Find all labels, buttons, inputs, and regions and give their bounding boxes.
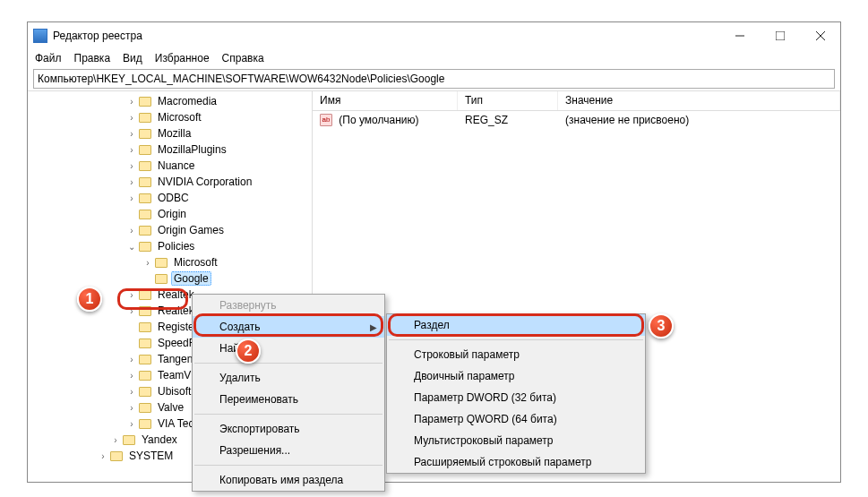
value-name: ab (По умолчанию) [313,112,458,129]
maximize-button[interactable] [760,22,800,49]
tree-item-label: Realtek [155,287,197,302]
ctx-new-string[interactable]: Строковый параметр [387,344,645,365]
chevron-right-icon[interactable]: › [110,435,121,445]
close-button[interactable] [800,22,840,49]
menu-favorites[interactable]: Избранное [153,50,211,66]
chevron-right-icon[interactable]: › [126,371,137,381]
chevron-down-icon[interactable]: ⌄ [126,242,137,252]
ctx-create-label: Создать [219,321,261,333]
ctx-create[interactable]: Создать▶ [193,316,384,338]
ctx-delete[interactable]: Удалить [193,367,384,389]
tree-item-label: Mozilla [155,126,193,141]
tree-item-label: Valve [155,400,186,415]
tree-item[interactable]: ›Microsoft [28,109,312,125]
tree-item[interactable]: ›Mozilla [28,125,312,141]
chevron-right-icon[interactable]: › [126,419,137,429]
callout-1: 1 [77,287,102,312]
ctx-new-qword-label: Параметр QWORD (64 бита) [414,413,557,425]
folder-icon [139,387,151,397]
tree-item[interactable]: ⌄Policies [28,238,312,254]
ctx-new-dword[interactable]: Параметр DWORD (32 бита) [387,387,645,408]
tree-item[interactable]: Origin [28,206,312,222]
tree-item-label: Origin Games [155,223,227,237]
ctx-copy-key-name[interactable]: Копировать имя раздела [193,469,384,491]
chevron-right-icon[interactable]: › [126,177,137,187]
callout-1-num: 1 [77,287,102,312]
folder-icon [139,177,151,187]
ctx-new-expand-label: Расширяемый строковый параметр [414,456,591,468]
tree-item[interactable]: ›Origin Games [28,222,312,238]
separator [194,465,382,466]
menu-help[interactable]: Справка [220,50,266,66]
menu-edit[interactable]: Правка [73,50,113,66]
ctx-new-multistring[interactable]: Мультистроковый параметр [387,430,645,451]
folder-icon [110,451,123,461]
chevron-right-icon[interactable]: › [98,451,108,461]
chevron-right-icon[interactable]: › [126,113,137,123]
tree-item[interactable]: ›MozillaPlugins [28,141,312,158]
folder-icon [139,226,151,236]
tree-item-label: Google [171,271,211,286]
ctx-permissions[interactable]: Разрешения... [193,440,384,461]
minimize-button[interactable] [719,22,760,49]
close-icon [816,31,825,40]
value-type: REG_SZ [458,112,558,128]
chevron-right-icon: ▶ [370,322,377,332]
tree-item[interactable]: ›NVIDIA Corporation [28,174,312,190]
menu-view[interactable]: Вид [121,50,144,66]
folder-icon [139,161,151,171]
ctx-find[interactable]: Найти... [193,338,384,359]
tree-item[interactable]: ›Microsoft [28,254,312,270]
tree-item-label: Origin [155,207,189,221]
ctx-expand[interactable]: Развернуть [193,295,384,316]
chevron-right-icon[interactable]: › [126,226,137,236]
tree-item[interactable]: ›Nuance [28,158,312,174]
col-value-header[interactable]: Значение [558,91,840,110]
ctx-export[interactable]: Экспортировать [193,418,384,440]
value-name-label: (По умолчанию) [339,114,418,126]
chevron-right-icon[interactable]: › [126,387,137,397]
chevron-right-icon[interactable]: › [126,145,137,155]
chevron-right-icon[interactable]: › [126,306,137,316]
tree-item[interactable]: ›Macromedia [28,93,312,109]
tree-item-label: Yandex [139,433,180,447]
chevron-right-icon[interactable]: › [126,290,137,300]
ctx-new-qword[interactable]: Параметр QWORD (64 бита) [387,408,645,430]
value-data: (значение не присвоено) [558,112,840,128]
ctx-new-binary[interactable]: Двоичный параметр [387,365,645,387]
ctx-new-binary-label: Двоичный параметр [414,370,515,382]
chevron-right-icon[interactable]: › [126,193,137,203]
callout-2-num: 2 [236,338,261,364]
ctx-rename[interactable]: Переименовать [193,389,384,410]
address-bar[interactable]: Компьютер\HKEY_LOCAL_MACHINE\SOFTWARE\WO… [33,69,835,89]
chevron-right-icon[interactable]: › [142,258,153,268]
folder-icon [139,355,151,364]
tree-item[interactable]: ›ODBC [28,190,312,206]
col-type-header[interactable]: Тип [458,91,558,110]
col-name-header[interactable]: Имя [313,91,458,110]
folder-icon [123,435,135,445]
chevron-right-icon[interactable]: › [126,355,137,364]
folder-icon [139,145,151,155]
chevron-right-icon[interactable]: › [126,129,137,139]
menu-file[interactable]: Файл [33,50,64,66]
chevron-right-icon[interactable]: › [126,97,137,107]
context-menu-new: Раздел Строковый параметр Двоичный парам… [386,313,646,474]
ctx-new-key[interactable]: Раздел [387,314,645,336]
separator [194,363,382,364]
folder-icon [139,371,151,381]
window-title: Редактор реестра [53,30,719,42]
folder-icon [139,306,151,316]
tree-item-label: Macromedia [155,94,219,108]
chevron-right-icon[interactable]: › [126,161,137,171]
chevron-right-icon[interactable]: › [126,403,137,413]
list-row[interactable]: ab (По умолчанию) REG_SZ (значение не пр… [313,111,840,129]
tree-item[interactable]: Google [28,270,312,287]
tree-item-label: NVIDIA Corporation [155,175,254,189]
menubar: Файл Правка Вид Избранное Справка [28,49,840,67]
list-header: Имя Тип Значение [313,91,840,111]
ctx-new-expandstring[interactable]: Расширяемый строковый параметр [387,451,645,473]
ctx-perms-label: Разрешения... [219,444,290,457]
app-icon [33,29,47,43]
titlebar[interactable]: Редактор реестра [28,22,840,49]
